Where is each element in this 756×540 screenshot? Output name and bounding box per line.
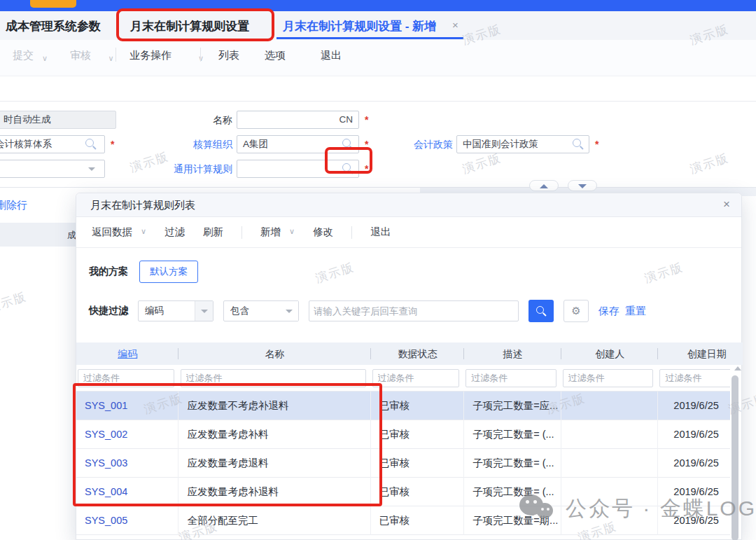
cell-date: 2019/6/25 (658, 478, 730, 506)
cell-date: 2019/6/25 (658, 506, 730, 535)
form-divider (0, 101, 756, 102)
cell-name: 应发数量考虑补料 (178, 420, 370, 449)
options-button[interactable]: 选项 (265, 49, 286, 62)
cell-code: SYS_001 (76, 392, 178, 420)
scheme-row: 我的方案 默认方案 (89, 261, 198, 283)
policy-label: 会计政策 (383, 139, 453, 151)
filter-input-creator[interactable] (563, 369, 654, 387)
filter-operator-select[interactable]: 包含 (223, 300, 299, 321)
policy-input[interactable]: 中国准则会计政策 (456, 135, 589, 153)
search-button[interactable] (528, 300, 554, 322)
business-ops-chevron-icon[interactable]: ∨ (198, 54, 204, 62)
table-header-row: 编码 名称 数据状态 描述 创建人 创建日期 (76, 342, 730, 365)
cell-date: 2019/6/25 (658, 420, 730, 449)
audit-chevron-icon[interactable]: ∨ (108, 54, 114, 62)
column-header-name[interactable]: 名称 (178, 342, 370, 365)
required-asterisk: * (111, 139, 114, 150)
business-ops-button[interactable]: 业务操作 (130, 49, 172, 62)
column-header-status[interactable]: 数据状态 (371, 342, 465, 365)
column-header-date[interactable]: 创建日期 (658, 342, 730, 365)
filter-settings-button[interactable]: ⚙ (564, 300, 589, 322)
table-row[interactable]: SYS_002 应发数量考虑补料 已审核 子项完工数量= (... 2019/6… (76, 420, 730, 449)
column-header-desc[interactable]: 描述 (464, 342, 561, 365)
table-row[interactable]: SYS_001 应发数量不考虑补退料 已审核 子项完工数量=应... 2019/… (76, 392, 730, 420)
submit-button[interactable]: 提交 (13, 49, 34, 62)
return-data-button[interactable]: 返回数据 (92, 226, 132, 239)
active-tab-underline (276, 37, 463, 39)
list-button[interactable]: 列表 (218, 49, 239, 62)
filter-input-status[interactable] (372, 369, 460, 387)
tab-monthend-rule-setup[interactable]: 月末在制计算规则设置 (130, 18, 249, 34)
modal-toolbar-separator (351, 226, 352, 239)
cell-name: 全部分配至完工 (178, 506, 370, 535)
name-input[interactable]: CN (237, 111, 359, 129)
lookup-icon[interactable] (85, 139, 94, 147)
org-label: 核算组织 (162, 139, 232, 151)
column-header-code[interactable]: 编码 (76, 342, 178, 365)
triangle-up-icon (540, 184, 548, 188)
save-scheme-link[interactable]: 保存 (598, 305, 620, 318)
submit-chevron-icon[interactable]: ∨ (42, 54, 48, 62)
demo-watermark: 演示版 (0, 289, 29, 316)
dropdown-caret-icon[interactable] (88, 167, 95, 171)
gear-icon: ⚙ (571, 305, 580, 317)
refresh-button[interactable]: 刷新 (203, 226, 223, 239)
modal-scrollbar-thumb[interactable] (732, 375, 738, 540)
filter-input-name[interactable] (181, 369, 366, 387)
cell-desc: 子项完工数量=期... (464, 506, 561, 535)
collapse-up-button[interactable] (529, 180, 559, 191)
org-lookup-icon[interactable] (342, 139, 351, 147)
scroll-up-icon[interactable] (734, 366, 741, 371)
default-scheme-button[interactable]: 默认方案 (139, 261, 198, 283)
top-blue-bar (0, 0, 756, 11)
org-input[interactable]: A集团 (237, 135, 359, 153)
audit-button[interactable]: 审核 (70, 49, 91, 62)
column-header-creator[interactable]: 创建人 (561, 342, 659, 365)
add-chevron-icon[interactable]: ∨ (289, 227, 295, 236)
reset-scheme-link[interactable]: 重置 (625, 305, 646, 318)
collapse-down-button[interactable] (568, 180, 597, 191)
quick-filter-row: 快捷过滤 编码 包含 ⚙ 保存 重置 (89, 300, 646, 322)
table-row[interactable]: SYS_003 应发数量考虑退料 已审核 子项完工数量= (... 2019/6… (76, 449, 730, 478)
add-button[interactable]: 新增 (260, 226, 281, 239)
select-chevron-zone[interactable] (280, 301, 298, 321)
cell-creator (561, 478, 659, 506)
filter-input-desc[interactable] (465, 369, 556, 387)
policy-lookup-icon[interactable] (573, 139, 581, 147)
cell-name: 应发数量考虑补退料 (178, 478, 370, 506)
select-chevron-zone[interactable] (195, 301, 213, 321)
common-rule-lookup-icon[interactable] (342, 163, 351, 172)
orange-chrome-button[interactable] (30, 0, 76, 8)
modify-button[interactable]: 修改 (313, 226, 333, 239)
filter-button[interactable]: 过滤 (164, 226, 185, 239)
cell-status: 已审核 (371, 392, 465, 420)
cell-creator (561, 420, 659, 449)
cell-code: SYS_002 (76, 420, 178, 449)
delete-row-link[interactable]: 删除行 (0, 199, 27, 212)
table-row[interactable]: SYS_004 应发数量考虑补退料 已审核 子项完工数量= (... 2019/… (76, 478, 730, 506)
modal-close-icon[interactable]: × (723, 198, 730, 212)
filter-input-code[interactable] (78, 369, 174, 387)
tab-cost-system-params[interactable]: 成本管理系统参数 (6, 18, 101, 34)
cell-code: SYS_004 (76, 478, 178, 506)
modal-header: 月末在制计算规则列表 × (76, 193, 741, 217)
required-asterisk: * (365, 163, 368, 174)
cell-creator (561, 506, 659, 535)
required-asterisk: * (365, 114, 368, 125)
tab-monthend-rule-setup-new[interactable]: 月末在制计算规则设置 - 新增 (283, 18, 436, 34)
filter-field-select[interactable]: 编码 (138, 300, 214, 321)
return-data-chevron-icon[interactable]: ∨ (141, 227, 146, 236)
filter-input-date[interactable] (659, 369, 730, 387)
required-asterisk: * (365, 139, 368, 150)
filter-operator-value: 包含 (230, 305, 249, 316)
exit-button[interactable]: 退出 (321, 49, 342, 62)
modal-title: 月末在制计算规则列表 (90, 199, 195, 212)
cell-status: 已审核 (371, 506, 465, 535)
filter-field-value: 编码 (145, 305, 164, 316)
common-rule-input[interactable] (237, 160, 359, 178)
tab-close-icon[interactable]: × (452, 19, 458, 31)
table-row[interactable]: SYS_005 全部分配至完工 已审核 子项完工数量=期... 2019/6/2… (76, 506, 730, 535)
chevron-down-icon (286, 310, 293, 313)
modal-exit-button[interactable]: 退出 (370, 226, 391, 239)
keyword-search-input[interactable] (309, 300, 519, 321)
